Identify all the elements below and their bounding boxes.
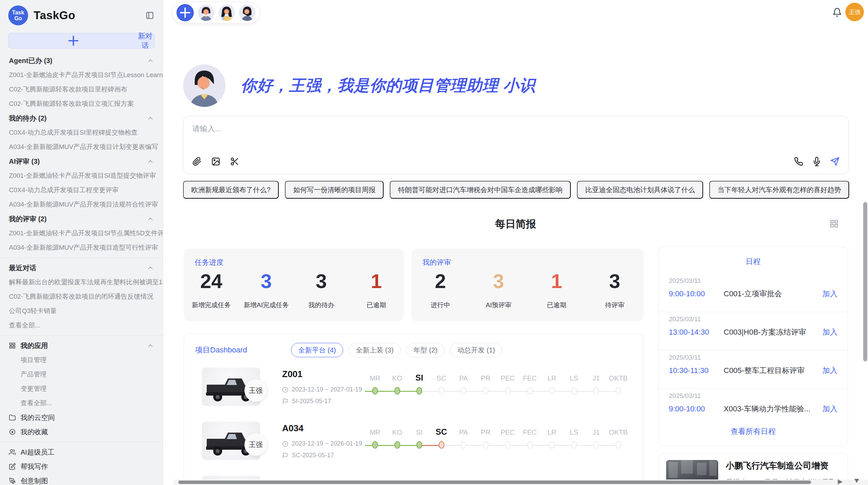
recent-chat-item[interactable]: 解释最新出台的欧盟报废车法规再生塑料比例被调至15%...: [0, 275, 163, 289]
suggestion-chip[interactable]: 欧洲新规最近颁布了什么?: [183, 181, 279, 199]
stat-columns: 2进行中3AI预评审1已逾期3待评审: [411, 270, 644, 321]
sidebar-task-item[interactable]: C0X4-动力总成开发项目SI里程碑提交物检查: [0, 125, 163, 140]
attachment-icon[interactable]: [192, 157, 202, 166]
sidebar-task-item[interactable]: C02-飞腾新能源轻客改款项目里程碑画布: [0, 82, 163, 97]
stat-column: 2进行中: [411, 270, 470, 321]
sidebar-task-item[interactable]: Z001-全新燃油皮卡产品开发项目SI节点Lesson Learn报告: [0, 68, 163, 82]
milestone-dot: [549, 441, 555, 449]
image-upload-icon[interactable]: [211, 157, 220, 166]
sidebar-task-item[interactable]: A034-全新新能源MUV产品开发项目计划变更表编写: [0, 140, 163, 154]
chevron-up-icon[interactable]: [147, 215, 154, 222]
milestone-label: LR: [547, 428, 556, 436]
voice-call-icon[interactable]: [794, 157, 803, 166]
stat-column: 1已逾期: [349, 270, 404, 321]
chevron-up-icon[interactable]: [147, 342, 154, 349]
schedule-join-link[interactable]: 加入: [822, 404, 837, 414]
schedule-join-link[interactable]: 加入: [822, 365, 837, 376]
filter-pill[interactable]: 全新平台 (4): [291, 343, 343, 357]
schedule-join-link[interactable]: 加入: [822, 289, 837, 299]
sidebar-section-1[interactable]: 我的待办 (2): [0, 111, 163, 125]
schedule-join-link[interactable]: 加入: [822, 327, 837, 337]
milestone-label: PA: [459, 428, 468, 436]
suggestion-chip[interactable]: 当下年轻人对汽车外观有怎样的喜好趋势: [709, 181, 849, 199]
suggestion-chip[interactable]: 如何写一份清晰的项目周报: [285, 181, 384, 199]
schedule-view-all-link[interactable]: 查看所有日程: [659, 426, 848, 437]
composer-tools: [192, 157, 239, 166]
chevron-up-icon[interactable]: [147, 158, 154, 165]
vertical-scrollbar-thumb[interactable]: [863, 202, 867, 361]
sidebar-section-recent[interactable]: 最近对话: [0, 261, 163, 275]
screenshot-scissors-icon[interactable]: [230, 157, 239, 166]
chevron-up-icon[interactable]: [147, 264, 154, 271]
filter-pill[interactable]: 全新上装 (3): [349, 343, 401, 357]
sidebar-collapse-icon[interactable]: [146, 11, 154, 20]
schedule-time: 9:00-10:00: [669, 405, 724, 413]
microphone-icon[interactable]: [812, 157, 821, 166]
sidebar-section-2[interactable]: AI评审 (3): [0, 154, 163, 169]
recent-chat-item[interactable]: C02-飞腾新能源轻客改款项目的闭环通告反馈情况: [0, 289, 163, 304]
star-icon: [9, 428, 16, 435]
sidebar-favorites[interactable]: 我的收藏: [0, 425, 163, 439]
stat-card-title: 任务进度: [195, 258, 224, 267]
chevron-up-icon[interactable]: [147, 57, 154, 64]
apps-view-all-link[interactable]: 查看全部...: [0, 396, 163, 410]
suggestion-chip[interactable]: 特朗普可能对进口汽车增税会对中国车企造成哪些影响: [390, 181, 571, 199]
layout-grid-icon[interactable]: [830, 219, 839, 228]
stat-column: 3新增AI完成任务: [239, 270, 294, 321]
suggestion-chip[interactable]: 比亚迪全固态电池计划具体说了什么: [577, 181, 703, 199]
horizontal-scrollbar-thumb[interactable]: [178, 481, 811, 484]
sidebar-task-item[interactable]: Z001-全新燃油轻卡产品开发项目SI造型提交物评审: [0, 169, 163, 183]
milestone-track: MRKOSISCPAPRPECFECLRLSJ1OKTB: [364, 421, 638, 475]
milestone-label: PA: [459, 374, 468, 382]
sidebar-task-item[interactable]: A034-全新新能源MUV产品开发项目造型可行性评审: [0, 240, 163, 255]
sidebar-section-3[interactable]: 我的评审 (2): [0, 212, 163, 226]
project-row[interactable]: 王强A0342023-12-19 ~ 2026-01-19SC-2025-05-…: [184, 421, 643, 475]
agent-avatar-2[interactable]: [218, 4, 235, 21]
notification-bell-icon[interactable]: [832, 8, 842, 17]
milestone-label: SI: [416, 428, 423, 436]
new-chat-button[interactable]: 新对话: [8, 33, 155, 49]
dashboard-header: 项目Dashboard 全新平台 (4)全新上装 (3)年型 (2)动总开发 (…: [195, 343, 508, 357]
sidebar-task-item[interactable]: A034-全新新能源MUV产品开发项目法规符合性评审: [0, 197, 163, 212]
app-item[interactable]: 项目管理: [0, 353, 163, 367]
filter-pill[interactable]: 动总开发 (1): [450, 343, 502, 357]
send-icon[interactable]: [830, 157, 840, 166]
agent-avatar-1[interactable]: [198, 4, 214, 21]
milestone-dot: [372, 387, 378, 395]
user-avatar[interactable]: 王强: [845, 3, 864, 21]
sidebar-section-0[interactable]: Agent已办 (3): [0, 53, 163, 68]
stat-column: 3待评审: [586, 270, 644, 321]
new-chat-wrap: 新对话: [0, 25, 163, 49]
stat-label: 待评审: [605, 301, 625, 310]
recent-view-all-link[interactable]: 查看全部...: [0, 318, 163, 333]
app-logo: Task Go: [8, 5, 28, 25]
agent-avatar-3[interactable]: [239, 4, 255, 21]
sidebar-tool-2[interactable]: 创意制图: [0, 474, 163, 485]
filter-pill[interactable]: 年型 (2): [406, 343, 445, 357]
sidebar-cloud-space[interactable]: 我的云空间: [0, 410, 163, 425]
scroll-down-arrow-icon[interactable]: [854, 479, 859, 483]
sidebar-tool-0[interactable]: AI超级员工: [0, 445, 163, 459]
greeting-text: 你好，王强，我是你的项目管理助理 小识: [241, 75, 535, 96]
stat-column: 24新增完成任务: [184, 270, 239, 321]
chevron-up-icon[interactable]: [147, 115, 154, 122]
project-row[interactable]: 王强Z0012023-12-19 ~ 2027-01-19SI-2025-05-…: [184, 367, 643, 421]
stat-label: 新增完成任务: [192, 301, 231, 310]
scroll-right-arrow-icon[interactable]: [838, 480, 843, 484]
milestone-dot: [615, 441, 621, 449]
sidebar-my-apps[interactable]: 我的应用: [0, 338, 163, 353]
sidebar: Task Go TaskGo 新对话 Agent已办 (3)Z001-全新燃油皮…: [0, 0, 163, 485]
sidebar-task-item[interactable]: C02-飞腾新能源轻客改款项目立项汇报方案: [0, 97, 163, 111]
composer-input[interactable]: [192, 124, 775, 148]
app-item[interactable]: 变更管理: [0, 382, 163, 396]
sidebar-tool-1[interactable]: 帮我写作: [0, 459, 163, 474]
sidebar-task-item[interactable]: C0X4-动力总成开发项目工程变更评审: [0, 183, 163, 197]
schedule-date: 2025/03/11: [669, 354, 837, 361]
stat-value: 24: [200, 270, 222, 293]
milestone-dot: [394, 387, 400, 395]
recent-chat-item[interactable]: 公司Q3轻卡销量: [0, 304, 163, 318]
sidebar-task-item[interactable]: Z001-全新燃油轻卡产品开发项目SI节点属性5D文件评审: [0, 226, 163, 240]
add-agent-button[interactable]: [177, 4, 194, 21]
app-item[interactable]: 产品管理: [0, 367, 163, 382]
schedule-row: 9:00-10:00C001-立项审批会加入: [669, 289, 837, 299]
